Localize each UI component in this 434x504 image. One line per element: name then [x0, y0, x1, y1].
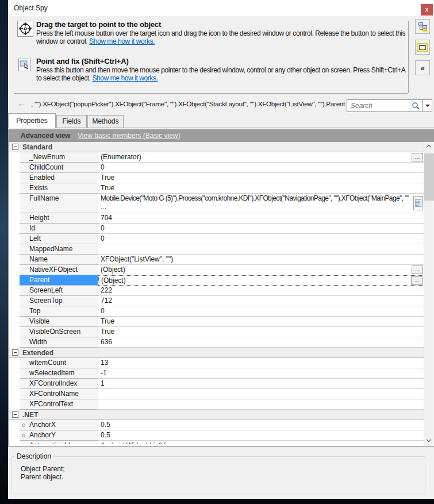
property-row[interactable]: ScreenTop712 — [9, 296, 424, 306]
property-row[interactable]: Top0 — [9, 306, 424, 317]
property-row[interactable]: wSelectedItem-1 — [9, 368, 424, 379]
property-row[interactable]: XFControlName — [9, 389, 424, 399]
property-name[interactable]: XFControlIndex — [20, 379, 98, 389]
point-and-fix-icon[interactable] — [18, 59, 31, 71]
object-path[interactable]: , "").XFObject("popupPicker").XFObject("… — [31, 100, 347, 107]
property-value[interactable]: Mobile.Device("Moto G (5)").Process("com… — [98, 194, 424, 213]
property-name[interactable]: AutomationId — [20, 441, 98, 444]
basic-view-link[interactable]: View basic members (Basic view) — [78, 132, 180, 140]
property-value[interactable]: 0.5 — [98, 420, 424, 430]
property-name[interactable]: Left — [20, 234, 98, 244]
scroll-down-button[interactable] — [424, 436, 434, 446]
property-row[interactable]: AnchorY0.5 — [9, 430, 424, 441]
property-row[interactable]: wItemCount13 — [9, 358, 424, 368]
tab-properties[interactable]: Properties — [8, 113, 56, 128]
property-name[interactable]: Name — [20, 255, 98, 265]
vertical-scrollbar[interactable] — [424, 142, 433, 446]
property-value[interactable]: 0 — [98, 163, 424, 173]
property-row[interactable]: ExistsTrue — [9, 183, 424, 194]
property-value[interactable]: True — [98, 317, 424, 327]
property-row[interactable]: VisibleOnScreenTrue — [9, 327, 424, 337]
scroll-up-button[interactable] — [424, 142, 434, 152]
property-row[interactable]: Id0 — [9, 224, 424, 234]
property-value[interactable]: Android.Widget.ListView — [98, 441, 424, 444]
search-box[interactable]: Search — [347, 99, 432, 112]
property-row[interactable]: Height704 — [9, 213, 424, 224]
property-name[interactable]: Exists — [20, 183, 98, 194]
property-value[interactable]: 0 — [98, 306, 424, 317]
highlight-object-button[interactable] — [415, 40, 430, 55]
property-row[interactable]: AutomationIdAndroid.Widget.ListView — [9, 441, 424, 444]
ellipsis-button[interactable]: ... — [412, 266, 423, 274]
property-name[interactable]: XFControlName — [20, 389, 98, 399]
property-value[interactable]: 704 — [98, 213, 424, 224]
property-row[interactable]: VisibleTrue — [9, 317, 424, 327]
property-value[interactable]: 636 — [98, 337, 424, 348]
property-name[interactable]: Width — [20, 337, 98, 348]
property-name[interactable]: _NewEnum — [20, 152, 98, 163]
property-row[interactable]: FullNameMobile.Device("Moto G (5)").Proc… — [9, 194, 424, 213]
property-row[interactable]: NameXFObject("ListView", "") — [9, 255, 424, 265]
property-name[interactable]: Enabled — [20, 173, 98, 183]
property-row[interactable]: MappedName — [9, 244, 424, 255]
ellipsis-button[interactable]: ... — [411, 276, 423, 285]
property-row[interactable]: AnchorX0.5 — [9, 420, 424, 430]
property-value[interactable]: 0 — [98, 234, 424, 244]
property-value[interactable]: 712 — [98, 296, 424, 306]
property-row[interactable]: ScreenLeft222 — [9, 286, 424, 296]
property-row[interactable]: EnabledTrue — [9, 173, 424, 183]
object-browser-button[interactable] — [415, 19, 430, 34]
property-name[interactable]: ScreenLeft — [20, 286, 98, 296]
property-row[interactable]: NativeXFObject(Object)... — [9, 265, 424, 275]
property-row[interactable]: Left0 — [9, 234, 424, 244]
back-arrow-icon[interactable]: ← — [17, 98, 26, 108]
property-name[interactable]: FullName — [20, 194, 98, 213]
property-name[interactable]: wSelectedItem — [20, 368, 98, 379]
open-text-editor-button[interactable] — [413, 196, 423, 210]
property-name[interactable]: AnchorX — [20, 420, 98, 430]
property-value[interactable]: (Object)... — [98, 265, 424, 275]
property-value[interactable] — [98, 399, 424, 410]
property-row[interactable]: ChildCount0 — [9, 163, 424, 173]
point-show-me-link[interactable]: Show me how it works. — [93, 74, 158, 82]
collapse-group-icon[interactable] — [12, 349, 18, 356]
property-value[interactable]: (Enumerator)... — [98, 152, 424, 163]
property-name[interactable]: XFControlText — [20, 399, 98, 410]
drag-show-me-link[interactable]: Show me how it works. — [89, 37, 155, 45]
property-name[interactable]: ChildCount — [20, 163, 98, 173]
property-value[interactable]: 0.5 — [98, 430, 424, 441]
property-row[interactable]: XFControlIndex1 — [9, 379, 424, 389]
property-value[interactable]: True — [98, 173, 424, 183]
property-row[interactable]: Parent(Object)... — [9, 275, 424, 286]
property-name[interactable]: ScreenTop — [20, 296, 98, 306]
tab-methods[interactable]: Methods — [87, 115, 124, 128]
collapse-group-icon[interactable] — [12, 144, 18, 150]
property-value[interactable]: 222 — [98, 286, 424, 296]
property-name[interactable]: AnchorY — [20, 430, 98, 441]
property-name[interactable]: VisibleOnScreen — [20, 327, 98, 337]
property-name[interactable]: wItemCount — [20, 358, 98, 368]
property-value[interactable]: True — [98, 327, 424, 337]
close-button[interactable]: x — [421, 4, 433, 16]
property-value[interactable] — [98, 244, 424, 255]
property-value[interactable]: True — [98, 183, 424, 194]
property-row[interactable]: XFControlText — [9, 399, 424, 410]
property-name[interactable]: NativeXFObject — [20, 265, 98, 275]
property-value[interactable]: -1 — [98, 368, 424, 379]
property-value[interactable]: 0 — [98, 224, 424, 234]
property-row[interactable]: _NewEnum(Enumerator)... — [9, 152, 424, 163]
ellipsis-button[interactable]: ... — [412, 153, 423, 161]
collapse-panel-button[interactable]: « — [415, 60, 430, 75]
property-name[interactable]: Top — [20, 306, 98, 317]
property-value[interactable]: (Object)... — [98, 275, 424, 286]
search-icon[interactable] — [412, 102, 420, 110]
property-value[interactable]: 1 — [98, 379, 424, 389]
property-name[interactable]: MappedName — [20, 244, 98, 255]
search-dropdown[interactable] — [423, 100, 432, 111]
property-name[interactable]: Parent — [20, 275, 98, 286]
scroll-thumb[interactable] — [424, 153, 434, 201]
drag-target-icon[interactable] — [17, 21, 33, 37]
property-name[interactable]: Height — [20, 213, 98, 224]
property-row[interactable]: Width636 — [9, 337, 424, 348]
property-value[interactable]: 13 — [98, 358, 424, 368]
